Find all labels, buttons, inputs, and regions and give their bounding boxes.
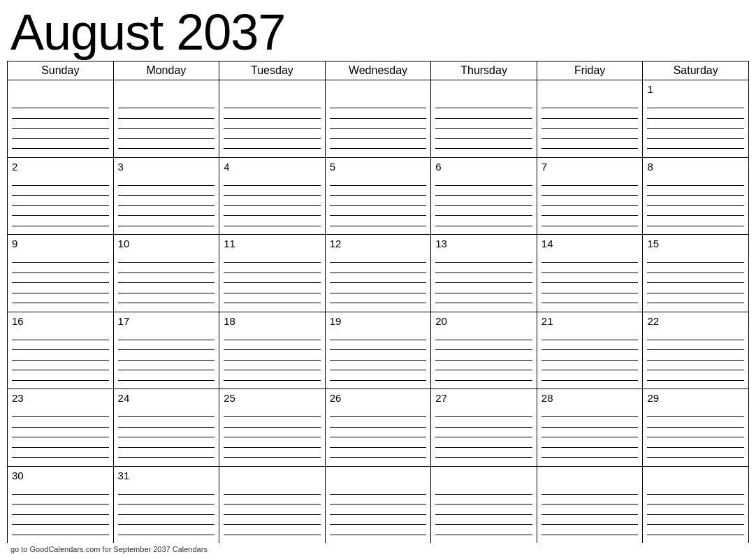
day-header-tuesday: Tuesday (219, 61, 326, 80)
day-headers: SundayMondayTuesdayWednesdayThursdayFrid… (8, 61, 749, 80)
day-lines (435, 253, 532, 309)
day-lines (435, 407, 532, 463)
day-line (541, 504, 639, 504)
day-line (647, 138, 744, 139)
day-line (330, 273, 427, 273)
day-line (647, 262, 744, 263)
day-number: 31 (118, 470, 215, 482)
day-lines (435, 331, 532, 386)
day-cell-6: 6 (431, 158, 537, 235)
day-line (541, 138, 639, 139)
day-cell-28: 28 (537, 389, 644, 466)
day-line (224, 273, 321, 273)
day-lines (330, 407, 427, 463)
week-row-3: 16171819202122 (8, 312, 749, 390)
day-line (330, 128, 427, 129)
day-line (435, 185, 532, 186)
day-lines (224, 407, 321, 463)
day-line (12, 416, 109, 417)
day-line (12, 118, 109, 119)
day-line (541, 380, 639, 381)
day-line (435, 108, 532, 108)
day-number (330, 83, 427, 96)
day-line (12, 360, 109, 361)
day-line (12, 185, 109, 186)
day-line (541, 340, 639, 340)
day-line (647, 370, 744, 370)
week-row-2: 9101112131415 (8, 235, 749, 312)
day-lines (330, 331, 427, 386)
day-number: 23 (12, 392, 109, 405)
day-line (224, 138, 321, 139)
day-line (541, 303, 639, 303)
day-lines (541, 407, 639, 463)
weeks-container: 1234567891011121314151617181920212223242… (8, 80, 749, 543)
day-line (541, 205, 639, 206)
day-line (541, 262, 639, 263)
day-lines (541, 331, 639, 386)
day-cell-empty-0-2 (219, 80, 326, 157)
day-cell-20: 20 (431, 312, 537, 389)
day-line (435, 360, 532, 361)
day-line (330, 349, 427, 350)
day-line (541, 457, 639, 458)
day-number: 10 (118, 238, 215, 250)
day-lines (647, 176, 744, 232)
day-cell-13: 13 (431, 235, 537, 312)
day-number: 3 (118, 161, 215, 173)
day-line (647, 504, 744, 504)
day-line (435, 215, 532, 216)
day-cell-empty-5-4 (431, 467, 537, 544)
day-cell-1: 1 (643, 80, 749, 157)
day-line (118, 380, 215, 381)
day-lines (12, 331, 109, 386)
day-number: 12 (330, 238, 427, 250)
day-line (541, 195, 639, 196)
day-line (118, 349, 215, 350)
day-header-monday: Monday (114, 61, 220, 80)
day-cell-15: 15 (643, 235, 749, 312)
day-line (647, 437, 744, 437)
day-line (647, 293, 744, 293)
day-cell-3: 3 (114, 158, 220, 235)
day-line (541, 437, 639, 437)
day-number: 16 (12, 315, 109, 328)
day-line (330, 215, 427, 216)
day-line (12, 447, 109, 448)
day-line (224, 370, 321, 370)
day-line (541, 494, 639, 495)
day-lines (330, 253, 427, 309)
day-line (118, 524, 215, 525)
day-line (541, 118, 639, 119)
day-lines (224, 331, 321, 386)
day-number: 19 (330, 315, 427, 328)
day-line (330, 303, 427, 303)
week-row-1: 2345678 (8, 158, 749, 235)
day-lines (118, 176, 215, 232)
day-line (330, 195, 427, 196)
day-lines (12, 99, 109, 154)
day-line (330, 293, 427, 293)
day-line (647, 340, 744, 340)
day-cell-empty-0-5 (537, 80, 644, 157)
day-line (647, 226, 744, 226)
day-line (435, 370, 532, 370)
day-line (224, 128, 321, 129)
day-line (541, 282, 639, 283)
day-line (118, 457, 215, 458)
day-line (435, 195, 532, 196)
day-lines (12, 253, 109, 309)
day-cell-empty-5-5 (537, 467, 644, 544)
day-line (224, 215, 321, 216)
day-line (435, 457, 532, 458)
day-line (541, 427, 639, 428)
day-line (224, 226, 321, 226)
day-cell-29: 29 (643, 389, 749, 466)
day-line (118, 148, 215, 149)
day-line (541, 514, 639, 515)
day-line (647, 416, 744, 417)
footer: go to GoodCalendars.com for September 20… (7, 543, 749, 556)
day-line (12, 427, 109, 428)
day-line (647, 303, 744, 303)
day-number: 27 (435, 392, 532, 405)
